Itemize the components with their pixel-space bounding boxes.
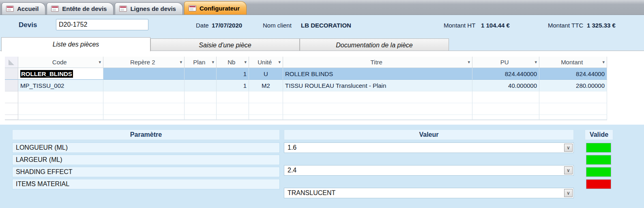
cell-repere2[interactable] bbox=[103, 80, 185, 91]
select-all-cell[interactable] bbox=[5, 57, 18, 68]
combo-dropdown-button[interactable]: ∨ bbox=[564, 189, 573, 197]
table-row-empty[interactable] bbox=[5, 115, 607, 120]
combo-dropdown-button[interactable]: ∨ bbox=[564, 166, 573, 174]
client-value: LB DECORATION bbox=[301, 22, 351, 29]
pieces-list-panel: Code ▾ Repère 2 ▾ Plan ▾ Nb ▾ Unité ▾ bbox=[0, 51, 644, 125]
sub-tab-bar: Liste des pièces Saisie d'une pièce Docu… bbox=[0, 37, 644, 51]
tab-lignes-de-devis[interactable]: Lignes de devis bbox=[115, 2, 183, 15]
valid-indicator-items-material bbox=[586, 179, 611, 189]
table-row-empty[interactable] bbox=[5, 103, 607, 115]
montant-ttc-label: Montant TTC bbox=[548, 22, 583, 29]
filter-dropdown-icon[interactable]: ▾ bbox=[212, 59, 214, 65]
valid-indicator-longueur bbox=[586, 143, 611, 153]
filter-dropdown-icon[interactable]: ▾ bbox=[180, 59, 182, 65]
devis-label: Devis bbox=[19, 21, 37, 29]
param-label-longueur: LONGUEUR (ML) bbox=[12, 142, 280, 153]
cell-nb[interactable]: 1 bbox=[217, 68, 249, 80]
date-value: 17/07/2020 bbox=[212, 22, 242, 29]
param-value-largeur[interactable]: 2.4 ∨ bbox=[284, 165, 574, 176]
column-header-code[interactable]: Code ▾ bbox=[18, 57, 103, 68]
param-value-shading-effect[interactable]: TRANSLUCENT ∨ bbox=[284, 188, 574, 198]
tab-label: Entête de devis bbox=[62, 5, 107, 12]
cell-pu[interactable]: 40.000000 bbox=[472, 80, 539, 91]
form-icon bbox=[189, 5, 196, 11]
montant-ht-value: 1 104.44 € bbox=[481, 22, 510, 29]
row-selector[interactable] bbox=[5, 91, 18, 103]
tab-label: Accueil bbox=[17, 5, 39, 12]
column-header-repere2[interactable]: Repère 2 ▾ bbox=[103, 57, 185, 68]
tab-label: Configurateur bbox=[200, 5, 240, 12]
cell-montant[interactable]: 280.00000 bbox=[539, 80, 607, 91]
select-all-triangle-icon bbox=[9, 59, 14, 65]
valeur-column-header: Valeur bbox=[284, 129, 574, 140]
param-label-shading-effect: SHADING EFFECT bbox=[12, 167, 280, 177]
combo-dropdown-button[interactable]: ∨ bbox=[564, 144, 573, 152]
subtab-saisie-dune-piece[interactable]: Saisie d'une pièce bbox=[150, 38, 300, 51]
date-label: Date bbox=[196, 22, 209, 29]
tab-configurateur[interactable]: Configurateur bbox=[184, 1, 247, 15]
cell-plan[interactable] bbox=[185, 80, 217, 91]
cell-code[interactable]: ROLLER_BLINDS bbox=[18, 68, 103, 80]
filter-dropdown-icon[interactable]: ▾ bbox=[535, 59, 537, 65]
cell-nb[interactable]: 1 bbox=[217, 80, 249, 91]
row-selector[interactable] bbox=[5, 115, 18, 120]
subtab-documentation-de-la-piece[interactable]: Documentation de la pièce bbox=[300, 38, 449, 51]
row-selector[interactable] bbox=[5, 68, 18, 80]
access-configurator-window: Accueil Entête de devis Lignes de devis … bbox=[0, 0, 644, 208]
cell-repere2[interactable] bbox=[103, 68, 185, 80]
quote-header-band: Devis Date 17/07/2020 Nom client LB DECO… bbox=[0, 15, 644, 36]
devis-number-input[interactable] bbox=[56, 19, 148, 30]
column-header-plan[interactable]: Plan ▾ bbox=[185, 57, 217, 68]
column-header-montant[interactable]: Montant ▾ bbox=[539, 57, 607, 68]
cell-titre[interactable]: TISSU ROULEAU Translucent - Plain bbox=[283, 80, 472, 91]
filter-dropdown-icon[interactable]: ▾ bbox=[602, 59, 605, 65]
valid-indicator-largeur bbox=[586, 155, 611, 165]
column-header-unite[interactable]: Unité ▾ bbox=[249, 57, 283, 68]
form-icon bbox=[6, 6, 14, 12]
row-selector[interactable] bbox=[5, 80, 18, 91]
form-icon bbox=[51, 6, 59, 12]
cell-plan[interactable] bbox=[185, 68, 217, 80]
cell-montant[interactable]: 824.44000 bbox=[539, 68, 607, 80]
montant-ht-label: Montant HT bbox=[444, 22, 475, 29]
cell-unite[interactable]: M2 bbox=[249, 80, 283, 91]
filter-dropdown-icon[interactable]: ▾ bbox=[244, 59, 247, 65]
cell-code[interactable]: MP_TISSU_002 bbox=[18, 80, 103, 91]
parametre-column-header: Paramètre bbox=[12, 129, 280, 140]
column-header-nb[interactable]: Nb ▾ bbox=[217, 57, 249, 68]
param-label-items-material: ITEMS MATERIAL bbox=[12, 179, 280, 189]
table-row-mp-tissu-002[interactable]: MP_TISSU_002 1 M2 TISSU ROULEAU Transluc… bbox=[5, 80, 607, 91]
cell-unite[interactable]: U bbox=[249, 68, 283, 80]
table-row-roller-blinds[interactable]: ROLLER_BLINDS 1 U ROLLER BLINDS 824.4400… bbox=[5, 68, 607, 80]
tab-entete-de-devis[interactable]: Entête de devis bbox=[47, 2, 114, 15]
tab-accueil[interactable]: Accueil bbox=[2, 2, 45, 15]
pieces-datasheet: Code ▾ Repère 2 ▾ Plan ▾ Nb ▾ Unité ▾ bbox=[5, 57, 607, 120]
form-icon bbox=[119, 6, 127, 12]
param-value-longueur[interactable]: 1.6 ∨ bbox=[284, 142, 574, 153]
column-header-pu[interactable]: PU ▾ bbox=[472, 57, 539, 68]
row-selector[interactable] bbox=[5, 103, 18, 115]
valide-column-header: Valide bbox=[585, 129, 613, 140]
filter-dropdown-icon[interactable]: ▾ bbox=[99, 59, 101, 65]
parameters-section: Paramètre Valeur Valide LONGUEUR (ML) 1.… bbox=[0, 125, 644, 208]
client-label: Nom client bbox=[263, 22, 292, 29]
table-row-empty[interactable] bbox=[5, 91, 607, 103]
param-label-largeur: LARGEUR (ML) bbox=[12, 155, 280, 165]
cell-titre[interactable]: ROLLER BLINDS bbox=[283, 68, 472, 80]
column-header-titre[interactable]: Titre ▾ bbox=[283, 57, 472, 68]
filter-dropdown-icon[interactable]: ▾ bbox=[468, 59, 470, 65]
montant-ttc-value: 1 325.33 € bbox=[587, 22, 616, 29]
subtab-liste-des-pieces[interactable]: Liste des pièces bbox=[1, 37, 150, 51]
tab-label: Lignes de devis bbox=[130, 5, 176, 12]
cell-pu[interactable]: 824.440000 bbox=[472, 68, 539, 80]
datasheet-header-row: Code ▾ Repère 2 ▾ Plan ▾ Nb ▾ Unité ▾ bbox=[5, 57, 607, 68]
filter-dropdown-icon[interactable]: ▾ bbox=[278, 59, 281, 65]
valid-indicator-shading-effect bbox=[586, 167, 611, 177]
document-tab-strip: Accueil Entête de devis Lignes de devis … bbox=[0, 0, 644, 15]
